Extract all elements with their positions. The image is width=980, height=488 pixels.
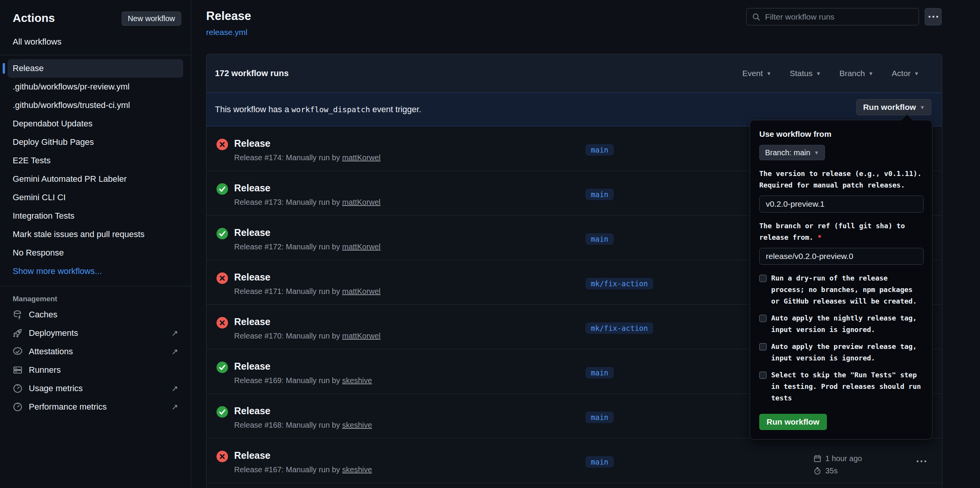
sidebar-workflow-item[interactable]: Show more workflows... — [8, 262, 183, 281]
actor-link[interactable]: skeshive — [342, 421, 372, 429]
sidebar-workflow-item[interactable]: Dependabot Updates — [8, 115, 183, 133]
run-title[interactable]: Release — [234, 226, 380, 239]
branch-chip[interactable]: main — [585, 144, 614, 156]
checkbox[interactable] — [759, 343, 767, 350]
sidebar-workflow-item[interactable]: E2E Tests — [8, 151, 183, 170]
chevron-down-icon: ▼ — [914, 71, 919, 76]
management-item[interactable]: Usage metrics ↗ — [8, 379, 183, 398]
external-link-icon: ↗ — [171, 402, 178, 412]
workflow-run-row[interactable] — [207, 483, 942, 488]
checkbox[interactable] — [759, 315, 767, 322]
sidebar-workflow-item[interactable]: Deploy GitHub Pages — [8, 133, 183, 151]
branch-chip[interactable]: main — [585, 189, 614, 200]
run-workflow-dropdown-button[interactable]: Run workflow ▼ — [856, 99, 931, 115]
sidebar-workflow-item[interactable]: .github/workflows/trusted-ci.yml — [8, 96, 183, 115]
calendar-icon — [813, 455, 821, 463]
run-duration: 35s — [825, 466, 838, 475]
run-menu-button[interactable] — [917, 458, 926, 463]
divider — [0, 286, 191, 286]
sidebar-workflow-item[interactable]: .github/workflows/pr-review.yml — [8, 78, 183, 96]
run-title[interactable]: Release — [234, 315, 380, 328]
actor-link[interactable]: skeshive — [342, 465, 372, 474]
management-item-label: Runners — [29, 365, 61, 375]
management-list: Caches ↗ — [0, 305, 191, 416]
checkbox-row[interactable]: Select to skip the "Run Tests" step in t… — [759, 369, 923, 404]
sidebar-workflow-item[interactable]: Release — [8, 59, 183, 78]
meter-icon — [13, 383, 23, 393]
run-time: 1 hour ago — [825, 454, 862, 463]
checkbox-label: Select to skip the "Run Tests" step in t… — [771, 369, 923, 404]
checkbox-label: Auto apply the preview release tag, inpu… — [771, 341, 923, 364]
run-title[interactable]: Release — [234, 271, 380, 283]
branch-chip[interactable]: main — [585, 456, 614, 468]
new-workflow-button[interactable]: New workflow — [122, 12, 181, 26]
branch-chip[interactable]: mk/fix-action — [585, 322, 653, 334]
sidebar-workflow-item[interactable]: Integration Tests — [8, 207, 183, 225]
version-input[interactable] — [759, 196, 924, 212]
sidebar-workflow-item[interactable]: Gemini Automated PR Labeler — [8, 170, 183, 188]
branch-chip[interactable]: main — [585, 367, 614, 378]
workflow-run-row[interactable]: Release Release #167: Manually run by sk… — [207, 438, 942, 483]
branch-selector-button[interactable]: Branch: main ▼ — [759, 145, 825, 160]
chevron-down-icon: ▼ — [920, 105, 925, 110]
ref-input[interactable] — [759, 248, 924, 265]
workflow-file-link[interactable]: release.yml — [206, 28, 247, 37]
checkbox-row[interactable]: Auto apply the preview release tag, inpu… — [759, 341, 923, 364]
run-title[interactable]: Release — [234, 449, 372, 461]
sidebar-workflow-item[interactable]: Mark stale issues and pull requests — [8, 225, 183, 244]
run-title[interactable]: Release — [234, 137, 380, 149]
actor-link[interactable]: mattKorwel — [342, 198, 380, 206]
management-item[interactable]: Deployments ↗ — [8, 324, 183, 342]
run-subtitle: Release #168: Manually run by skeshive — [234, 421, 372, 430]
filter-dropdown[interactable]: Status ▼ — [790, 69, 821, 78]
run-subtitle: Release #171: Manually run by mattKorwel — [234, 287, 380, 296]
chevron-down-icon: ▼ — [814, 150, 819, 156]
sidebar-workflow-label: E2E Tests — [13, 156, 51, 166]
actor-link[interactable]: mattKorwel — [342, 332, 380, 340]
sidebar-item-all-workflows[interactable]: All workflows — [13, 37, 61, 47]
branch-chip[interactable]: main — [585, 233, 614, 245]
checkbox[interactable] — [759, 372, 767, 379]
ref-input-label: The branch or ref (full git sha) to rele… — [759, 220, 923, 243]
actor-link[interactable]: mattKorwel — [342, 287, 380, 295]
chevron-down-icon: ▼ — [766, 71, 771, 76]
run-title[interactable]: Release — [234, 405, 372, 417]
stopwatch-icon — [813, 467, 821, 475]
run-title[interactable]: Release — [234, 182, 380, 194]
cache-icon — [13, 310, 23, 320]
actor-link[interactable]: skeshive — [342, 376, 372, 385]
filter-workflow-runs-input[interactable] — [765, 12, 913, 22]
sidebar-workflow-label: Mark stale issues and pull requests — [13, 229, 145, 239]
sidebar-workflow-label: .github/workflows/trusted-ci.yml — [13, 100, 130, 110]
run-subtitle: Release #169: Manually run by skeshive — [234, 376, 372, 385]
filter-dropdown[interactable]: Branch ▼ — [840, 69, 873, 78]
workflow-options-button[interactable] — [925, 8, 942, 25]
run-subtitle: Release #173: Manually run by mattKorwel — [234, 198, 380, 207]
branch-chip[interactable]: main — [585, 412, 614, 423]
management-item[interactable]: Runners ↗ — [8, 361, 183, 379]
actor-link[interactable]: mattKorwel — [342, 153, 380, 162]
banner-text: event trigger. — [370, 105, 421, 114]
checkbox-row[interactable]: Run a dry-run of the release process; no… — [759, 272, 923, 307]
run-title[interactable]: Release — [234, 360, 372, 372]
sidebar-workflow-item[interactable]: No Response — [8, 244, 183, 262]
branch-chip[interactable]: mk/fix-action — [585, 278, 653, 289]
run-workflow-submit-button[interactable]: Run workflow — [759, 414, 827, 430]
filter-dropdown[interactable]: Event ▼ — [742, 69, 772, 78]
page-title: Actions — [13, 12, 55, 25]
sidebar-workflow-item[interactable]: Gemini CLI CI — [8, 188, 183, 207]
checkbox[interactable] — [759, 275, 767, 282]
actions-page: Actions New workflow All workflows Relea… — [0, 0, 980, 488]
run-subtitle: Release #174: Manually run by mattKorwel — [234, 153, 380, 162]
version-input-label: The version to release (e.g., v0.1.11). … — [759, 168, 923, 191]
management-item[interactable]: Performance metrics ↗ — [8, 398, 183, 416]
actor-link[interactable]: mattKorwel — [342, 242, 380, 251]
checkbox-row[interactable]: Auto apply the nightly release tag, inpu… — [759, 312, 923, 335]
management-item[interactable]: Caches ↗ — [8, 305, 183, 324]
management-item[interactable]: Attestations ↗ — [8, 342, 183, 361]
kebab-icon — [917, 460, 926, 462]
run-subtitle: Release #170: Manually run by mattKorwel — [234, 332, 380, 340]
banner-text: This workflow has a — [215, 105, 291, 114]
filter-dropdown[interactable]: Actor ▼ — [892, 69, 919, 78]
sidebar-workflow-label: Dependabot Updates — [13, 119, 93, 129]
